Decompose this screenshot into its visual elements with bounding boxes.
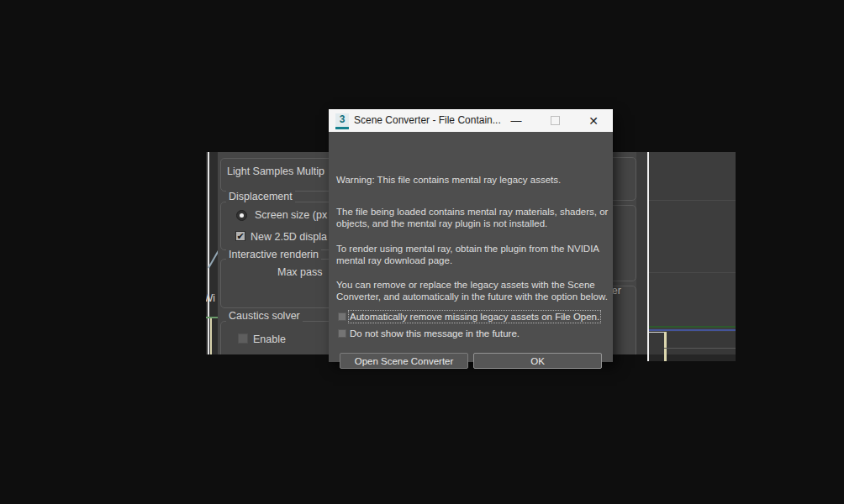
converter-hint-text: You can remove or replace the legacy ass… <box>336 279 609 302</box>
viewport-cream-line <box>664 354 667 361</box>
viewport-grid-line <box>649 272 736 273</box>
dialog-titlebar[interactable]: 3 Scene Converter - File Contain... — ✕ <box>329 109 613 132</box>
viewport-green-line <box>206 317 218 318</box>
displacement-group-title: Displacement <box>226 191 295 202</box>
screen-size-radio[interactable] <box>236 210 247 221</box>
dialog-body: Warning: This file contains mental ray l… <box>329 132 613 362</box>
warning-text: Warning: This file contains mental ray l… <box>336 174 609 186</box>
dont-show-checkbox[interactable] <box>338 329 346 338</box>
dialog-title: Scene Converter - File Contain... <box>354 109 501 132</box>
maximize-icon <box>551 116 560 125</box>
viewport-cream-line <box>210 318 212 354</box>
auto-remove-checkbox[interactable] <box>338 312 346 321</box>
maximize-button[interactable] <box>535 109 574 132</box>
open-scene-converter-button[interactable]: Open Scene Converter <box>340 353 468 369</box>
auto-remove-checkbox-row: Automatically remove missing legacy asse… <box>338 311 599 322</box>
light-samples-label: Light Samples Multip <box>227 165 324 177</box>
viewport-grid-line <box>664 348 736 349</box>
radio-dot-icon <box>240 213 244 218</box>
viewport-white-segment <box>649 332 664 333</box>
viewport-band <box>649 332 736 354</box>
displace-checkbox[interactable]: ✔ <box>235 231 245 241</box>
3dsmax-app-icon: 3 <box>335 113 349 129</box>
right-viewport <box>649 152 736 354</box>
max-pass-label: Max pass <box>277 266 323 278</box>
window-controls: — ✕ <box>497 109 613 132</box>
enable-checkbox-label: Enable <box>253 333 286 345</box>
displace-checkbox-label: New 2.5D displa <box>251 231 327 243</box>
scene-converter-dialog: 3 Scene Converter - File Contain... — ✕ … <box>329 109 613 362</box>
nvidia-hint-text: To render using mental ray, obtain the p… <box>336 243 609 266</box>
screen-size-radio-label: Screen size (px <box>255 209 327 221</box>
viewport-bottom-stub <box>649 354 736 361</box>
viewport-label: Wi <box>206 292 215 304</box>
viewport-green-line <box>649 326 736 328</box>
viewport-blue-line <box>649 329 736 331</box>
interactive-group-title: Interactive renderin <box>226 249 321 260</box>
viewport-cream-line <box>664 332 667 354</box>
checkmark-icon: ✔ <box>236 231 244 241</box>
description-text: The file being loaded contains mental ra… <box>336 206 609 229</box>
dont-show-checkbox-label[interactable]: Do not show this message in the future. <box>350 328 520 339</box>
viewport-divider-line <box>208 152 209 354</box>
ok-button[interactable]: OK <box>473 353 602 369</box>
minimize-button[interactable]: — <box>497 109 535 132</box>
enable-checkbox[interactable] <box>238 333 248 344</box>
left-viewport-strip: Wi <box>206 152 218 354</box>
auto-remove-checkbox-label[interactable]: Automatically remove missing legacy asse… <box>350 312 599 322</box>
close-button[interactable]: ✕ <box>574 109 613 132</box>
caustics-group-title: Caustics solver <box>226 310 303 322</box>
viewport-grid-line <box>649 200 736 201</box>
dont-show-checkbox-row: Do not show this message in the future. <box>338 328 520 339</box>
panel-scroll-strip <box>636 152 647 354</box>
